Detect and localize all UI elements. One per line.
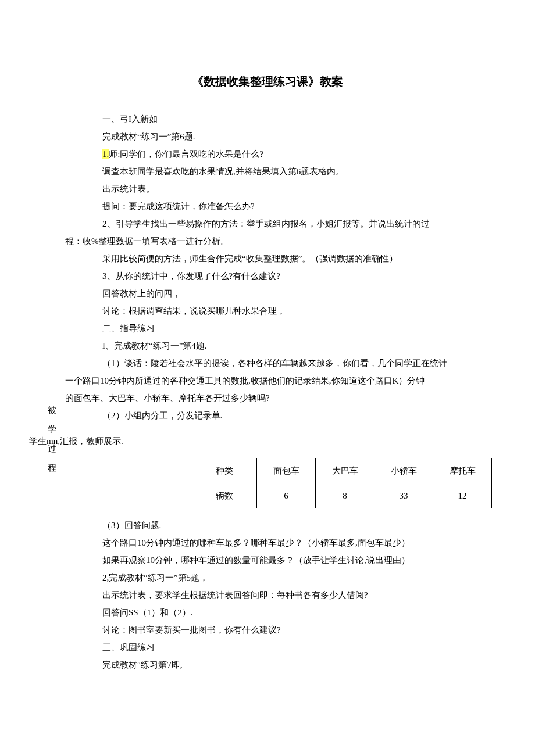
paragraph: 回答问SS（1）和（2）. bbox=[85, 604, 506, 621]
document-page: 《数据收集整理练习课》教案 被 学 过 程 一、弓I入新如 完成教材“练习一”第… bbox=[0, 0, 535, 708]
table-row: 种类 面包车 大巴车 小轿车 摩托车 bbox=[192, 458, 492, 483]
paragraph: 3、从你的统计中，你发现了什么?有什么建议? bbox=[85, 267, 506, 285]
paragraph: 采用比较简便的方法，师生合作完成“收集整理数据”。（强调数据的准确性） bbox=[85, 250, 506, 267]
paragraph: 讨论：根据调查结果，说说买哪几种水果合理， bbox=[85, 302, 506, 320]
table-row: 辆数 6 8 33 12 bbox=[192, 483, 492, 508]
table-header: 小轿车 bbox=[374, 458, 433, 483]
table-header: 种类 bbox=[192, 458, 257, 483]
paragraph: 如果再观察10分钟，哪种车通过的数量可能最多？（放手让学生讨论,说出理由） bbox=[85, 551, 506, 569]
side-char: 过 bbox=[48, 439, 59, 458]
paragraph: 出示统计表，要求学生根据统计表回答问即：每种书各有多少人借阅? bbox=[85, 586, 506, 604]
side-char: 学 bbox=[48, 420, 59, 439]
table-header: 摩托车 bbox=[433, 458, 492, 483]
paragraph: 完成教材″练习第7即, bbox=[85, 656, 506, 673]
body-content: 被 学 过 程 一、弓I入新如 完成教材“练习一”第6题. 1.师:同学们，你们… bbox=[29, 110, 506, 673]
paragraph: 调查本班同学最喜欢吃的水果情况,并将结果填入第6题表格内。 bbox=[85, 163, 506, 180]
table-cell: 8 bbox=[316, 483, 374, 508]
paragraph: 的面包车、大巴车、小轿车、摩托车各开过多少辆吗? bbox=[65, 389, 506, 407]
table-cell: 辆数 bbox=[192, 483, 257, 508]
paragraph: 二、指导练习 bbox=[85, 320, 506, 337]
paragraph: 1.师:同学们，你们最言双吃的水果是什么? bbox=[85, 145, 506, 163]
paragraph: 一个路口10分钟内所通过的各种交通工具的数批,收据他们的记录结果,你知道这个路口… bbox=[65, 372, 506, 389]
side-label: 被 学 过 程 bbox=[48, 401, 59, 478]
paragraph: 出示统计表。 bbox=[85, 180, 506, 198]
vehicle-table: 种类 面包车 大巴车 小轿车 摩托车 辆数 6 8 33 12 bbox=[192, 458, 492, 508]
page-title: 《数据收集整理练习课》教案 bbox=[29, 70, 506, 93]
table-cell: 6 bbox=[257, 483, 316, 508]
paragraph: 2,完成教材“练习一”第5题， bbox=[85, 569, 506, 586]
paragraph: 完成教材“练习一”第6题. bbox=[85, 128, 506, 145]
paragraph: 回答教材上的问四， bbox=[85, 285, 506, 302]
paragraph: I、完成教材“练习一”第4题. bbox=[85, 337, 506, 354]
side-char: 被 bbox=[48, 401, 59, 420]
paragraph: 提问：要完成这项统计，你准备怎么办? bbox=[85, 198, 506, 215]
paragraph: 讨论：图书室要新买一批图书，你有什么建议? bbox=[85, 621, 506, 639]
text: 师:同学们，你们最言双吃的水果是什么? bbox=[109, 149, 263, 159]
paragraph: 程：收%整理数据一填写表格一进行分析。 bbox=[65, 232, 506, 250]
paragraph: （2）小组内分工，分发记录单. bbox=[85, 407, 506, 424]
paragraph: 学生mn,汇报，教师展示. bbox=[29, 432, 506, 450]
table-header: 大巴车 bbox=[316, 458, 374, 483]
side-char: 程 bbox=[48, 458, 59, 478]
paragraph: 三、巩固练习 bbox=[85, 639, 506, 656]
highlight-text: 1. bbox=[102, 149, 109, 159]
paragraph: （1）谈话：陵若社会水平的提诶，各种各样的车辆越来越多，你们看，几个同学正在统计 bbox=[85, 354, 506, 372]
paragraph: 一、弓I入新如 bbox=[85, 110, 506, 128]
table-cell: 33 bbox=[374, 483, 433, 508]
table-header: 面包车 bbox=[257, 458, 316, 483]
paragraph: （3）回答问题. bbox=[85, 517, 506, 534]
paragraph: 这个路口10分钟内通过的哪种车最多？哪种车最少？（小轿车最多,面包车最少） bbox=[85, 534, 506, 551]
table-cell: 12 bbox=[433, 483, 492, 508]
paragraph: 2、引导学生找出一些易操作的方法：举手或组内报名，小姐汇报等。并说出统计的过 bbox=[85, 215, 506, 232]
